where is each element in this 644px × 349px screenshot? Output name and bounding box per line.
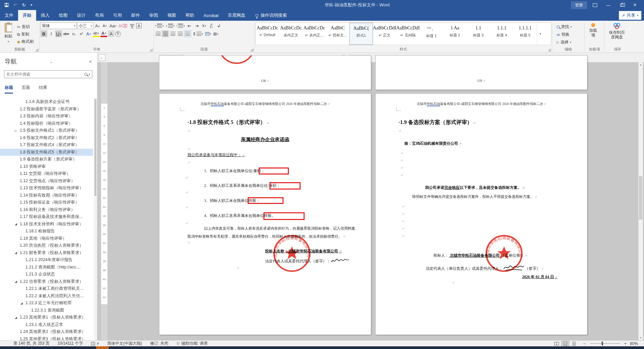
style-标题4[interactable]: 1.1.1标题 4	[490, 23, 513, 45]
status-accessibility[interactable]: ⚇辅助功能: 调查	[172, 341, 212, 346]
nav-tab-标题[interactable]: 标题	[5, 85, 13, 94]
asian-layout-icon[interactable]: X▾	[201, 22, 208, 29]
nav-heading-item[interactable]: 1.17 投标设备及技术服务和质保...	[0, 213, 93, 221]
nav-heading-item[interactable]: ◢1.23 其他要求1（投标人资格要求）	[0, 314, 93, 321]
chevron-down-icon[interactable]: ▾	[89, 73, 90, 76]
nav-heading-item[interactable]: 1.15 投标保证金（响应性评审）	[0, 199, 93, 206]
vertical-scrollbar[interactable]: ▴ ▾	[638, 62, 643, 340]
status-word-count[interactable]: 10/14111 个字	[54, 341, 87, 346]
nav-scrollbar[interactable]	[94, 98, 97, 340]
enclose-characters-icon[interactable]: 字	[115, 31, 121, 37]
style-样式1[interactable]: AaBbC(样式1	[349, 23, 373, 45]
collapse-triangle-icon[interactable]: ◢	[15, 280, 20, 283]
status-language[interactable]: 简体中文(中国大陆)	[103, 341, 146, 346]
font-dialog-launcher-icon[interactable]	[150, 48, 153, 51]
web-layout-icon[interactable]	[570, 341, 578, 347]
text-effects-icon[interactable]: A▾	[85, 30, 92, 37]
font-color-icon[interactable]: A▾	[100, 30, 107, 37]
font-size-combo[interactable]: 小三▾	[77, 22, 93, 29]
customize-qat-icon[interactable]: ▾	[30, 3, 32, 7]
nav-chevron-down-icon[interactable]: ⌄	[46, 60, 56, 64]
nav-heading-item[interactable]: ◢1.21 财务要求（投标人资格要求）	[0, 249, 93, 257]
baidu-save-button[interactable]: 保存到百度网盘	[605, 22, 629, 39]
shrink-font-button[interactable]: A▾	[101, 22, 108, 29]
nav-heading-item[interactable]: 1.2 投标函签字盖章（形式评审）	[0, 106, 93, 113]
align-left-icon[interactable]	[155, 30, 161, 37]
page-previous-right[interactable]: 139	[376, 55, 587, 90]
line-spacing-icon[interactable]: ⇕▾	[192, 30, 204, 37]
style-Default[interactable]: AaBbCcDc↵ Default	[256, 23, 279, 45]
nav-heading-item[interactable]: 1.21.3 企业状态	[0, 271, 93, 278]
zoom-slider[interactable]	[590, 343, 620, 344]
status-page-indicator[interactable]: 第 140 页, 共 253 页	[0, 341, 54, 346]
align-right-icon[interactable]	[169, 30, 176, 37]
bullets-icon[interactable]: •▾	[155, 22, 164, 29]
tab-视图[interactable]: 视图	[163, 10, 181, 21]
clipboard-dialog-launcher-icon[interactable]	[35, 48, 38, 51]
zoom-slider-thumb[interactable]	[601, 342, 603, 345]
subscript-button[interactable]: x₂	[71, 30, 77, 37]
collapse-triangle-icon[interactable]: ◢	[15, 222, 20, 226]
nav-heading-item[interactable]: 1.14 投标有效期（响应性评审）	[0, 192, 93, 199]
tab-selector[interactable]: ∟	[99, 54, 105, 61]
page-141[interactable]: 北镇市华拓石油装备有限公司-咸阳宝石钢管钢绳有限公司 2026 年抽油泵配件招标…	[376, 94, 587, 335]
nav-heading-item[interactable]: 1.25 其他要求3（投标人资格要求）	[0, 336, 93, 341]
scrollbar-thumb[interactable]	[639, 176, 642, 220]
signin-button[interactable]: 登录	[571, 1, 587, 9]
style-标题3[interactable]: 1.1标题 3	[467, 23, 490, 45]
addins-button[interactable]: 加载项	[585, 22, 601, 37]
style-gallery-more-icon[interactable]: ▾	[537, 23, 544, 45]
shading-icon[interactable]: ▾	[205, 30, 212, 37]
nav-heading-item[interactable]: 1.22.3.1 查询截图	[0, 307, 93, 314]
phonetic-guide-icon[interactable]: wén文	[129, 22, 136, 29]
character-shading-icon[interactable]: A	[108, 30, 114, 37]
paragraph-dialog-launcher-icon[interactable]	[250, 48, 253, 51]
nav-search-input[interactable]	[4, 72, 84, 77]
tab-邮件[interactable]: 邮件	[127, 10, 145, 21]
proofing-icon[interactable]: ✗	[87, 342, 103, 345]
page-140[interactable]: 北镇市华拓石油装备有限公司-咸阳宝石钢管钢绳有限公司 2026 年抽油泵配件招标…	[159, 94, 371, 335]
nav-heading-item[interactable]: ◢1.22 信誉要求（投标人资格要求）	[0, 278, 93, 285]
grow-font-button[interactable]: A▴	[94, 22, 101, 29]
italic-button[interactable]: I	[48, 30, 55, 37]
collapse-triangle-icon[interactable]: ◢	[15, 251, 20, 254]
nav-heading-item[interactable]: 1.4 投标报价（响应性评审）	[0, 120, 93, 127]
multilevel-list-icon[interactable]: ⅰ▾	[176, 22, 185, 29]
nav-tab-结果[interactable]: 结果	[39, 85, 47, 94]
numbering-icon[interactable]: 1▾	[165, 22, 175, 29]
vertical-ruler[interactable]: 2468101214161820222426283032343638404244	[101, 62, 107, 340]
restore-icon[interactable]	[616, 1, 627, 9]
highlight-color-icon[interactable]: ab▾	[93, 30, 100, 37]
nav-heading-item[interactable]: 1.24 其他要求2（投标人资格要求）	[0, 328, 93, 336]
style-正文[interactable]: AaBbCcDdI↵ 正文	[373, 23, 396, 45]
nav-heading-item[interactable]: ◢1.18 技术支持资料（响应性评审）	[0, 221, 93, 228]
underline-button[interactable]: U▾	[55, 30, 62, 37]
borders-icon[interactable]: ⊞▾	[213, 30, 219, 37]
tab-Acrobat[interactable]: Acrobat	[199, 10, 223, 21]
nav-heading-item[interactable]: 1.9 备选投标方案（形式评审）	[0, 156, 93, 163]
tab-引用[interactable]: 引用	[108, 10, 127, 21]
taskbar-active-app[interactable]	[96, 346, 109, 349]
tab-布局[interactable]: 布局	[90, 10, 108, 21]
nav-heading-item[interactable]: 1.21.1 2024年度审计报告	[0, 256, 93, 264]
read-mode-icon[interactable]	[552, 341, 561, 347]
nav-heading-item[interactable]: 1.20 营业执照（投标人资格要求）	[0, 242, 93, 249]
redo-icon[interactable]: ↻	[22, 3, 26, 7]
scroll-up-icon[interactable]: ▴	[639, 63, 643, 66]
nav-heading-item[interactable]: 1.1.6 高新技术企业证书	[0, 98, 93, 106]
paste-button[interactable]: 粘贴 ▾	[1, 22, 16, 45]
nav-heading-item[interactable]: ▷1.5 投标文件格式1（形式评审）	[0, 127, 93, 134]
share-button[interactable]: ⇗ 共享 ▾	[619, 11, 641, 20]
change-case-button[interactable]: Aa▾	[109, 22, 117, 29]
style-无间隔[interactable]: AaBbCcDdI↵ 无间隔	[396, 23, 420, 45]
nav-heading-item[interactable]: 1.22.2 未被人民法院列入失信...	[0, 293, 93, 300]
justify-ic[interactable]	[177, 30, 183, 37]
tab-插入[interactable]: 插入	[36, 10, 54, 21]
format-painter-button[interactable]: ◆格式刷	[16, 38, 34, 45]
style-标题1[interactable]: 一、标题 1	[420, 23, 443, 45]
nav-heading-item[interactable]: 1.12 交货地点（响应性评审）	[0, 178, 93, 185]
status-track-changes[interactable]: 修订: 关闭	[146, 341, 172, 346]
undo-icon[interactable]: ↶	[13, 3, 17, 7]
copy-button[interactable]: ⧉复制	[16, 31, 34, 37]
zoom-out-icon[interactable]: −	[578, 341, 587, 346]
